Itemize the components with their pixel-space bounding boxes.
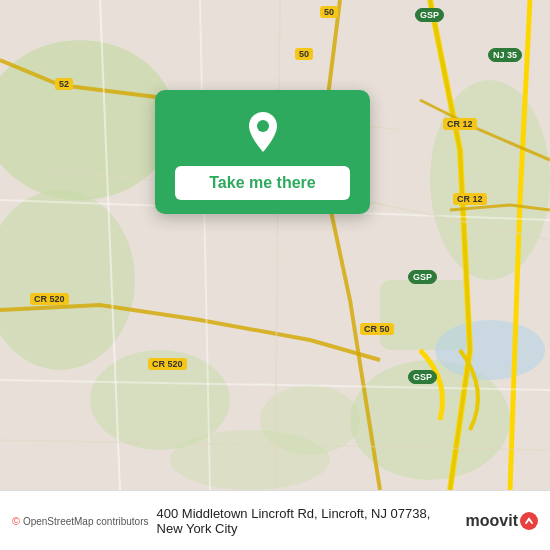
svg-point-3 bbox=[430, 80, 550, 280]
osm-attribution: © OpenStreetMap contributors bbox=[12, 515, 149, 527]
svg-point-10 bbox=[257, 120, 269, 132]
road-label-gsp-bottom: GSP bbox=[408, 370, 437, 384]
map-container: GSP GSP GSP 50 50 CR 50 52 CR 520 CR 520… bbox=[0, 0, 550, 490]
info-bar: © OpenStreetMap contributors 400 Middlet… bbox=[0, 490, 550, 550]
address-text: 400 Middletown Lincroft Rd, Lincroft, NJ… bbox=[157, 506, 458, 536]
road-label-cr12-top: CR 12 bbox=[443, 118, 477, 130]
moovit-text: moovit bbox=[466, 512, 518, 530]
moovit-logo: moovit bbox=[466, 512, 538, 530]
road-label-52: 52 bbox=[55, 78, 73, 90]
road-label-cr520-mid: CR 520 bbox=[148, 358, 187, 370]
road-label-cr50: CR 50 bbox=[360, 323, 394, 335]
take-me-there-button[interactable]: Take me there bbox=[175, 166, 350, 200]
road-label-cr520-left: CR 520 bbox=[30, 293, 69, 305]
road-label-50-top: 50 bbox=[320, 6, 338, 18]
svg-point-9 bbox=[435, 320, 545, 380]
road-label-50-mid: 50 bbox=[295, 48, 313, 60]
svg-point-8 bbox=[170, 430, 330, 490]
road-label-nj35: NJ 35 bbox=[488, 48, 522, 62]
road-label-cr12-mid: CR 12 bbox=[453, 193, 487, 205]
location-card: Take me there bbox=[155, 90, 370, 214]
moovit-dot bbox=[520, 512, 538, 530]
road-label-gsp-top: GSP bbox=[415, 8, 444, 22]
pin-icon bbox=[239, 108, 287, 156]
road-label-gsp-mid: GSP bbox=[408, 270, 437, 284]
